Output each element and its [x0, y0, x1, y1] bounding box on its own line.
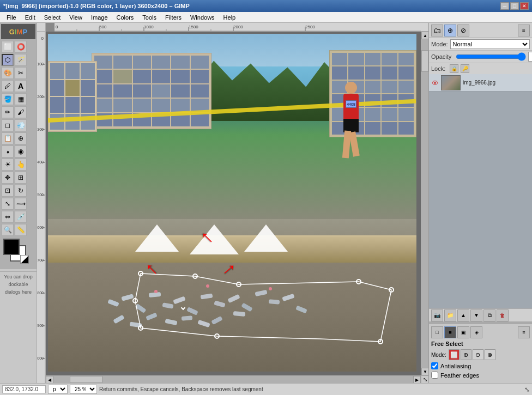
resize-handle[interactable]: ⤡ [524, 386, 530, 393]
scroll-right-button[interactable]: ▶ [413, 376, 421, 383]
tool-heal[interactable]: ⊕ [15, 132, 27, 144]
fs-mode-subtract[interactable]: ⊖ [473, 349, 483, 360]
minimize-button[interactable]: ─ [500, 2, 509, 10]
tool-pencil[interactable]: ✏ [2, 106, 14, 118]
tool-colorpicker[interactable]: 💉 [15, 211, 27, 223]
raise-layer-btn[interactable]: ▲ [457, 309, 469, 321]
tool-free-select[interactable]: ⬡ [2, 54, 14, 66]
menu-edit[interactable]: Edit [21, 13, 40, 22]
menu-file[interactable]: File [2, 13, 21, 22]
tool-measure[interactable]: 📏 [15, 224, 27, 236]
menu-windows[interactable]: Windows [186, 13, 219, 22]
menu-tools[interactable]: Tools [138, 13, 161, 22]
bottle-17 [130, 322, 142, 328]
tool-airbrush[interactable]: 💨 [15, 119, 27, 131]
lock-pixels-btn[interactable]: 🔒 [450, 64, 458, 73]
scroll-down-button[interactable]: ▼ [421, 368, 428, 375]
tool-gradient[interactable]: ▦ [15, 93, 27, 105]
opacity-slider[interactable] [456, 52, 526, 61]
lower-layer-btn[interactable]: ▼ [470, 309, 482, 321]
mode-select[interactable]: Normal [450, 39, 530, 49]
delete-layer-btn[interactable]: 🗑 [497, 309, 509, 321]
menu-select[interactable]: Select [40, 13, 65, 22]
menu-view[interactable]: View [65, 13, 87, 22]
tool-row-1: ⬜ ⭕ [1, 40, 35, 53]
fs-mode-intersect[interactable]: ⊗ [485, 349, 495, 360]
right-panel: 🗂 ⊕ ⊘ ≡ Mode: Normal Opacity Lock: 🔒 🔑 [428, 23, 532, 383]
menu-filters[interactable]: Filters [161, 13, 186, 22]
new-layer-from-visible-btn[interactable]: 📷 [431, 309, 443, 321]
panel-menu-btn[interactable]: ≡ [518, 25, 530, 37]
tool-shear[interactable]: ⟿ [15, 198, 27, 210]
tool-dodge[interactable]: ☀ [2, 159, 14, 171]
fs-mode-new[interactable]: ⬜ [449, 349, 460, 360]
fs-panel-icon-3[interactable]: ▣ [457, 326, 469, 338]
maximize-button[interactable]: □ [510, 2, 519, 10]
layers-icon-btn[interactable]: 🗂 [431, 25, 443, 37]
tool-fuzzy-select[interactable]: 🪄 [15, 54, 27, 66]
tool-paths[interactable]: 🖊 [2, 80, 14, 92]
layer-visibility-eye[interactable] [431, 79, 439, 87]
tool-move[interactable]: ✥ [2, 172, 14, 184]
foreground-color[interactable] [3, 239, 20, 255]
swap-colors[interactable] [20, 255, 29, 264]
fs-panel-icon-1[interactable]: □ [431, 326, 443, 338]
paths-icon-btn[interactable]: ⊘ [457, 25, 469, 37]
scroll-left-button[interactable]: ◀ [46, 376, 53, 383]
menu-colors[interactable]: Colors [112, 13, 138, 22]
unit-select[interactable]: px [48, 385, 68, 394]
svg-text:1000: 1000 [37, 356, 44, 360]
tool-scale[interactable]: ⤡ [2, 198, 14, 210]
canvas-corner[interactable]: ⤡ [421, 375, 428, 383]
scroll-h-thumb[interactable] [70, 376, 102, 383]
window-controls[interactable]: ─ □ ✕ [500, 2, 529, 10]
horizontal-scrollbar[interactable]: ◀ ▶ [46, 375, 421, 383]
tool-fill[interactable]: 🪣 [2, 93, 14, 105]
lock-position-btn[interactable]: 🔑 [461, 64, 469, 73]
fs-feather-checkbox[interactable] [431, 372, 438, 379]
tool-rect-select[interactable]: ⬜ [2, 41, 14, 53]
tool-row-9: ⬧ ◉ [1, 145, 35, 158]
tool-paintbrush[interactable]: 🖌 [15, 106, 27, 118]
new-layer-group-btn[interactable]: 📁 [444, 309, 456, 321]
zoom-select[interactable]: 25 % [70, 385, 97, 394]
fs-panel-icon-2[interactable]: ■ [444, 326, 456, 338]
bottle-1 [107, 299, 119, 307]
tool-text[interactable]: A [15, 80, 27, 92]
tool-scissors[interactable]: ✂ [15, 67, 27, 79]
layers-list: img_9966.jpg [429, 74, 532, 308]
channels-icon-btn[interactable]: ⊕ [444, 25, 456, 37]
photo-background: 4408 [48, 34, 416, 372]
tool-rotate[interactable]: ↻ [15, 185, 27, 197]
tool-smudge[interactable]: 👆 [15, 159, 27, 171]
tool-align[interactable]: ⊞ [15, 172, 27, 184]
tool-perspective[interactable]: ⬧ [2, 145, 14, 157]
tent-1 [135, 224, 179, 257]
tool-select-by-color[interactable]: 🎨 [2, 67, 14, 79]
duplicate-layer-btn[interactable]: ⧉ [483, 309, 495, 321]
fs-panel-menu-btn[interactable]: ≡ [518, 326, 530, 338]
menu-help[interactable]: Help [219, 13, 240, 22]
opacity-input[interactable] [528, 52, 532, 62]
tool-flip[interactable]: ⇔ [2, 211, 14, 223]
layer-item-1[interactable]: img_9966.jpg [429, 74, 532, 92]
scroll-v-track[interactable] [421, 39, 428, 368]
tool-magnify[interactable]: 🔍 [2, 224, 14, 236]
tool-eraser[interactable]: ◻ [2, 119, 14, 131]
tool-clone[interactable]: 📋 [2, 132, 14, 144]
fs-panel-icon-4[interactable]: ◈ [470, 326, 482, 338]
vertical-scrollbar[interactable]: ▲ ▼ [421, 32, 428, 375]
tool-row-12: ⊡ ↻ [1, 184, 35, 197]
coordinates-display: 832.0, 1732.0 [2, 385, 46, 393]
canvas-container[interactable]: 4408 [46, 32, 428, 383]
scroll-v-thumb[interactable] [421, 50, 428, 72]
scroll-h-track[interactable] [53, 376, 413, 383]
tool-ellipse-select[interactable]: ⭕ [15, 41, 27, 53]
fs-mode-add[interactable]: ⊕ [461, 349, 471, 360]
fs-antialiasing-checkbox[interactable] [431, 362, 438, 369]
tool-crop[interactable]: ⊡ [2, 185, 14, 197]
scroll-up-button[interactable]: ▲ [421, 32, 428, 39]
tool-blur[interactable]: ◉ [15, 145, 27, 157]
menu-image[interactable]: Image [87, 13, 112, 22]
close-button[interactable]: ✕ [520, 2, 529, 10]
